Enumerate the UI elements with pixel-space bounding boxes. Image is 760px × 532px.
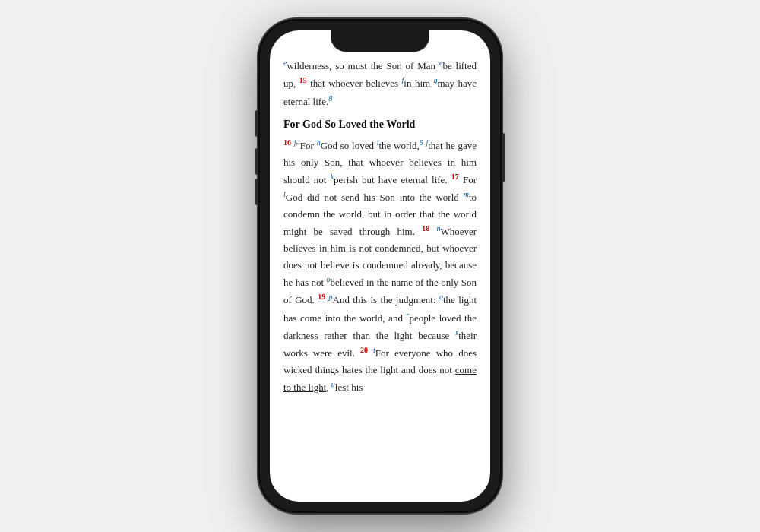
bible-text: ewilderness, so must the Son of Man ebe … bbox=[283, 57, 477, 396]
phone-notch bbox=[331, 30, 429, 52]
phone-screen: ewilderness, so must the Son of Man ebe … bbox=[270, 30, 490, 502]
section-heading: For God So Loved the World bbox=[283, 116, 477, 134]
intro-text: ewilderness, so must the Son of Man ebe … bbox=[283, 60, 477, 106]
phone-frame: ewilderness, so must the Son of Man ebe … bbox=[258, 19, 502, 513]
verse-16: 16 j"For hGod so loved ithe world,9 jtha… bbox=[283, 140, 477, 393]
screen-content[interactable]: ewilderness, so must the Son of Man ebe … bbox=[270, 30, 490, 502]
